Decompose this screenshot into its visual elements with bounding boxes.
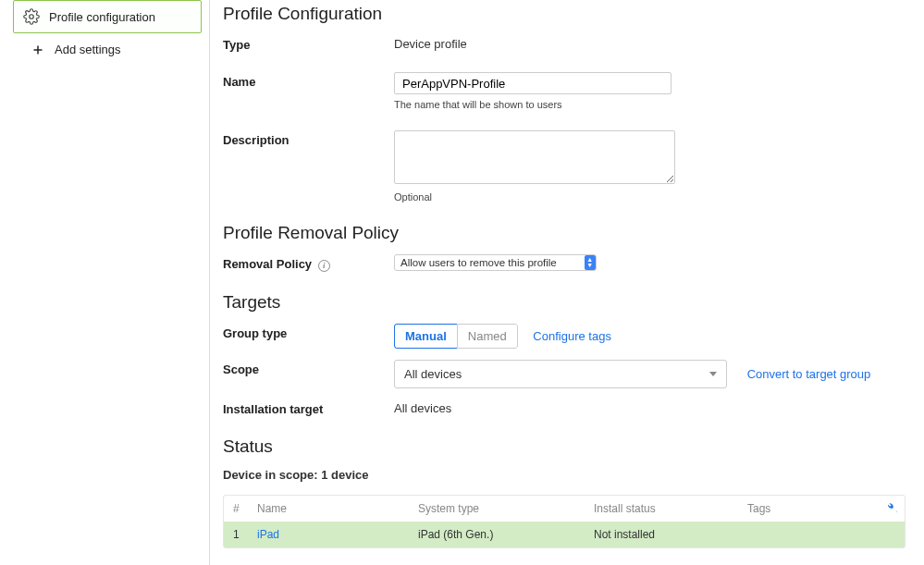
removal-policy-value: Allow users to remove this profile	[400, 257, 557, 268]
cell-name-link[interactable]: iPad	[257, 528, 418, 541]
name-field[interactable]	[394, 72, 671, 94]
helper-name: The name that will be shown to users	[394, 99, 906, 110]
plus-icon	[31, 43, 44, 56]
label-installation-target: Installation target	[223, 402, 323, 416]
status-device-count: Device in scope: 1 device	[223, 468, 906, 482]
cell-tags	[747, 528, 901, 541]
label-name: Name	[223, 75, 255, 89]
gear-icon	[23, 8, 40, 25]
label-group-type: Group type	[223, 326, 287, 340]
removal-policy-select[interactable]: Allow users to remove this profile ▲▼	[394, 254, 597, 271]
sidebar-item-profile-configuration[interactable]: Profile configuration	[13, 0, 202, 33]
helper-description: Optional	[394, 191, 906, 203]
section-heading-removal: Profile Removal Policy	[223, 223, 906, 243]
col-header-install-status: Install status	[594, 502, 747, 515]
chevron-down-icon	[709, 372, 717, 376]
scope-select[interactable]: All devices	[394, 360, 727, 388]
svg-point-0	[30, 15, 34, 19]
label-scope: Scope	[223, 362, 259, 376]
description-field[interactable]	[394, 130, 675, 184]
tab-named[interactable]: Named	[457, 324, 518, 349]
info-icon[interactable]: i	[318, 260, 330, 272]
section-heading-status: Status	[223, 436, 906, 457]
sidebar-item-add-settings[interactable]: Add settings	[13, 33, 202, 56]
label-type: Type	[223, 38, 250, 52]
label-description: Description	[223, 133, 290, 147]
tab-manual[interactable]: Manual	[394, 324, 457, 349]
value-type: Device profile	[394, 35, 467, 51]
col-header-system-type: System type	[418, 502, 594, 515]
cell-number: 1	[228, 528, 257, 541]
col-header-name: Name	[257, 502, 418, 515]
cell-system-type: iPad (6th Gen.)	[418, 528, 594, 541]
section-heading-profile-configuration: Profile Configuration	[223, 4, 906, 24]
col-header-tags: Tags	[747, 502, 901, 515]
wrench-icon[interactable]	[884, 501, 897, 517]
link-convert-to-target-group[interactable]: Convert to target group	[747, 367, 871, 381]
col-header-number: #	[228, 502, 257, 515]
sidebar-item-label: Add settings	[55, 43, 121, 56]
link-configure-tags[interactable]: Configure tags	[533, 329, 611, 343]
value-installation-target: All devices	[394, 399, 451, 415]
sidebar-item-label: Profile configuration	[49, 10, 155, 24]
section-heading-targets: Targets	[223, 292, 906, 313]
label-removal-policy: Removal Policy	[223, 257, 312, 271]
cell-install-status: Not installed	[594, 528, 747, 541]
select-arrows-icon: ▲▼	[585, 255, 596, 270]
scope-value: All devices	[404, 367, 462, 381]
table-header: # Name System type Install status Tags	[224, 496, 905, 522]
table-row[interactable]: 1 iPad iPad (6th Gen.) Not installed	[224, 522, 905, 547]
